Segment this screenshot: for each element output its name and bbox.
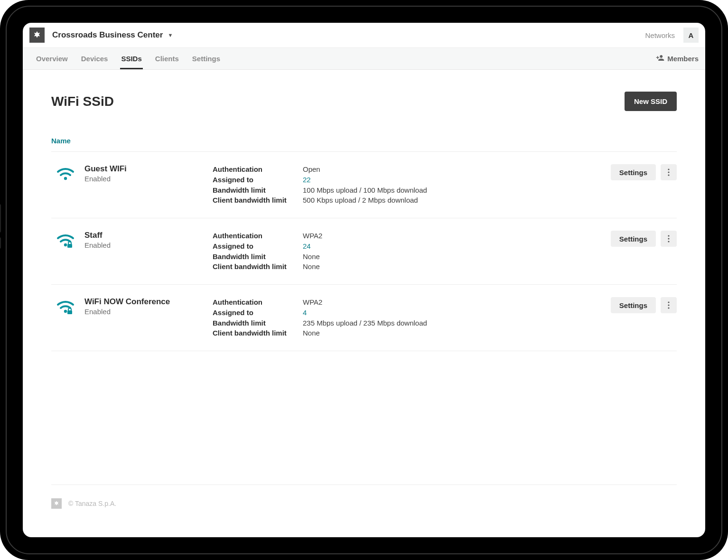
ssid-status: Enabled bbox=[84, 308, 208, 316]
svg-point-4 bbox=[64, 243, 67, 246]
label-client-bandwidth-limit: Client bandwidth limit bbox=[213, 328, 298, 338]
value-assigned-to[interactable]: 22 bbox=[303, 175, 577, 185]
content: WiFi SSiD New SSID Name Guest WIFi Enabl… bbox=[23, 70, 705, 485]
label-client-bandwidth-limit: Client bandwidth limit bbox=[213, 261, 298, 272]
avatar[interactable]: A bbox=[683, 28, 699, 43]
tab-clients[interactable]: Clients bbox=[149, 48, 186, 69]
detail-values: WPA2 24 None None bbox=[303, 231, 577, 272]
footer-logo-icon bbox=[51, 498, 62, 509]
members-button[interactable]: Members bbox=[656, 54, 699, 64]
detail-labels: Authentication Assigned to Bandwidth lim… bbox=[213, 297, 298, 338]
value-assigned-to[interactable]: 24 bbox=[303, 241, 577, 252]
wifi-secured-icon bbox=[51, 297, 80, 315]
networks-link[interactable]: Networks bbox=[645, 31, 675, 39]
ssid-name: WiFi NOW Conference bbox=[84, 297, 208, 307]
value-client-bandwidth-limit: None bbox=[303, 261, 577, 272]
value-authentication: Open bbox=[303, 164, 577, 175]
ssid-name: Guest WIFi bbox=[84, 164, 208, 174]
ssid-list: Guest WIFi Enabled Authentication Assign… bbox=[51, 151, 677, 351]
page-title: WiFi SSiD bbox=[51, 94, 114, 109]
row-actions: Settings bbox=[582, 231, 677, 247]
avatar-initial: A bbox=[689, 31, 694, 39]
value-bandwidth-limit: 235 Mbps upload / 235 Mbps download bbox=[303, 318, 577, 328]
ssid-row: Staff Enabled Authentication Assigned to… bbox=[51, 218, 677, 284]
svg-rect-10 bbox=[67, 310, 72, 314]
label-bandwidth-limit: Bandwidth limit bbox=[213, 252, 298, 262]
add-member-icon bbox=[656, 54, 664, 64]
tab-devices[interactable]: Devices bbox=[75, 48, 115, 69]
detail-labels: Authentication Assigned to Bandwidth lim… bbox=[213, 164, 298, 205]
label-bandwidth-limit: Bandwidth limit bbox=[213, 185, 298, 196]
tab-ssids[interactable]: SSIDs bbox=[114, 48, 148, 69]
row-actions: Settings bbox=[582, 297, 677, 313]
detail-values: Open 22 100 Mbps upload / 100 Mbps downl… bbox=[303, 164, 577, 205]
value-bandwidth-limit: None bbox=[303, 252, 577, 262]
label-authentication: Authentication bbox=[213, 297, 298, 308]
svg-point-9 bbox=[64, 310, 67, 313]
ssid-name-block: WiFi NOW Conference Enabled bbox=[84, 297, 208, 316]
ssid-row: WiFi NOW Conference Enabled Authenticati… bbox=[51, 284, 677, 351]
svg-point-13 bbox=[668, 307, 669, 308]
screen: Crossroads Business Center ▼ Networks A … bbox=[23, 23, 705, 537]
network-selector[interactable]: Crossroads Business Center ▼ bbox=[52, 30, 173, 40]
hardware-button bbox=[0, 204, 1, 233]
svg-point-3 bbox=[668, 174, 669, 176]
tablet-frame: Crossroads Business Center ▼ Networks A … bbox=[0, 0, 728, 560]
detail-values: WPA2 4 235 Mbps upload / 235 Mbps downlo… bbox=[303, 297, 577, 338]
ssid-status: Enabled bbox=[84, 175, 208, 183]
svg-point-12 bbox=[668, 304, 669, 306]
ssid-row: Guest WIFi Enabled Authentication Assign… bbox=[51, 151, 677, 218]
svg-point-8 bbox=[668, 241, 669, 242]
ssid-name-block: Guest WIFi Enabled bbox=[84, 164, 208, 183]
new-ssid-button[interactable]: New SSID bbox=[625, 92, 677, 111]
chevron-down-icon: ▼ bbox=[168, 32, 173, 38]
svg-point-6 bbox=[668, 235, 669, 236]
topbar: Crossroads Business Center ▼ Networks A bbox=[23, 23, 705, 48]
wifi-secured-icon bbox=[51, 231, 80, 249]
ssid-name: Staff bbox=[84, 231, 208, 240]
network-name-label: Crossroads Business Center bbox=[52, 30, 163, 40]
tab-overview[interactable]: Overview bbox=[29, 48, 75, 69]
ssid-settings-button[interactable]: Settings bbox=[611, 297, 656, 313]
app-logo-icon[interactable] bbox=[29, 28, 45, 43]
svg-point-1 bbox=[668, 168, 669, 170]
detail-labels: Authentication Assigned to Bandwidth lim… bbox=[213, 231, 298, 272]
svg-point-0 bbox=[64, 177, 67, 180]
svg-point-2 bbox=[668, 171, 669, 173]
value-bandwidth-limit: 100 Mbps upload / 100 Mbps download bbox=[303, 185, 577, 196]
svg-point-7 bbox=[668, 238, 669, 239]
value-assigned-to[interactable]: 4 bbox=[303, 308, 577, 318]
label-assigned-to: Assigned to bbox=[213, 241, 298, 252]
value-authentication: WPA2 bbox=[303, 231, 577, 241]
wifi-icon bbox=[51, 164, 80, 182]
members-label: Members bbox=[667, 55, 699, 63]
value-authentication: WPA2 bbox=[303, 297, 577, 308]
page-header: WiFi SSiD New SSID bbox=[51, 92, 677, 111]
label-assigned-to: Assigned to bbox=[213, 308, 298, 318]
more-menu-button[interactable] bbox=[661, 231, 677, 247]
tab-settings[interactable]: Settings bbox=[186, 48, 227, 69]
navbar: OverviewDevicesSSIDsClientsSettings Memb… bbox=[23, 48, 705, 70]
more-menu-button[interactable] bbox=[661, 297, 677, 313]
more-menu-button[interactable] bbox=[661, 164, 677, 180]
svg-rect-5 bbox=[67, 244, 72, 248]
label-authentication: Authentication bbox=[213, 231, 298, 241]
ssid-settings-button[interactable]: Settings bbox=[611, 164, 656, 180]
value-client-bandwidth-limit: 500 Kbps upload / 2 Mbps download bbox=[303, 195, 577, 205]
footer-copyright: © Tanaza S.p.A. bbox=[68, 500, 116, 507]
label-authentication: Authentication bbox=[213, 164, 298, 175]
label-assigned-to: Assigned to bbox=[213, 175, 298, 185]
label-bandwidth-limit: Bandwidth limit bbox=[213, 318, 298, 328]
ssid-settings-button[interactable]: Settings bbox=[611, 231, 656, 247]
footer: © Tanaza S.p.A. bbox=[23, 485, 705, 537]
row-actions: Settings bbox=[582, 164, 677, 180]
hardware-button bbox=[0, 237, 1, 249]
column-header-name[interactable]: Name bbox=[51, 137, 677, 151]
value-client-bandwidth-limit: None bbox=[303, 328, 577, 338]
ssid-status: Enabled bbox=[84, 241, 208, 249]
svg-point-11 bbox=[668, 301, 669, 303]
label-client-bandwidth-limit: Client bandwidth limit bbox=[213, 195, 298, 205]
ssid-name-block: Staff Enabled bbox=[84, 231, 208, 249]
